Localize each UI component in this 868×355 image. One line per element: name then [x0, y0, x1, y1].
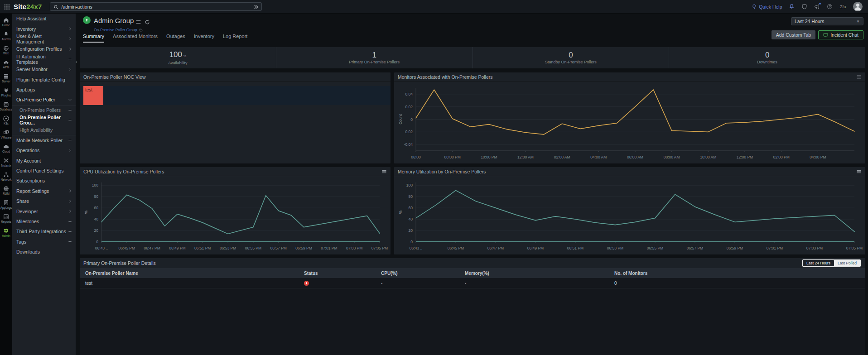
sidebar-item-on-premise-poller[interactable]: On-Premise Poller: [12, 95, 76, 105]
rail-item-label: Admin: [2, 234, 10, 237]
chevron-down-icon[interactable]: [68, 98, 72, 102]
svg-text:08:00 AM: 08:00 AM: [664, 155, 680, 159]
sidebar-item-configuration-profiles[interactable]: Configuration Profiles: [12, 44, 76, 54]
rail-item-alarms[interactable]: Alarms: [0, 29, 12, 43]
tab-log-report[interactable]: Log Report: [223, 34, 247, 43]
rail-item-server[interactable]: Server: [0, 71, 12, 85]
chevron-right-icon[interactable]: [68, 37, 72, 41]
sidebar-item-report-settings[interactable]: Report Settings: [12, 186, 76, 196]
tab-associated-monitors[interactable]: Associated Monitors: [113, 34, 158, 43]
apps-grid-icon[interactable]: [0, 3, 14, 11]
sidebar-item-share[interactable]: Share: [12, 196, 76, 206]
announcements-megaphone-icon[interactable]: [814, 4, 820, 10]
rail-item-vmware[interactable]: VMware: [0, 127, 12, 141]
panel-menu-icon[interactable]: [381, 169, 387, 174]
rail-item-rum[interactable]: RUM: [0, 183, 12, 197]
sidebar-item-label: Server Monitor: [16, 67, 48, 72]
rail-item-home[interactable]: Home: [0, 15, 12, 29]
rail-item-network[interactable]: Network: [0, 169, 12, 183]
rail-item-admin[interactable]: Admin: [0, 225, 12, 240]
sidebar-item-my-account[interactable]: My Account: [12, 155, 76, 165]
chevron-right-icon[interactable]: [68, 189, 72, 193]
plus-icon[interactable]: [68, 57, 72, 61]
user-avatar[interactable]: [853, 2, 863, 11]
sidebar-item-server-monitor[interactable]: Server Monitor: [12, 64, 76, 74]
plus-icon[interactable]: [68, 230, 72, 234]
tab-summary[interactable]: Summary: [83, 34, 104, 43]
rail-item-cloud[interactable]: Cloud: [0, 141, 12, 155]
svg-text:06:59 PM: 06:59 PM: [295, 246, 312, 250]
sidebar-item-high-availability[interactable]: High Availability: [12, 125, 76, 135]
svg-text:08:00 PM: 08:00 PM: [444, 155, 460, 159]
sidebar-item-operations[interactable]: Operations: [12, 145, 76, 155]
plus-icon[interactable]: [68, 118, 72, 122]
sidebar-item-mobile-network-poller[interactable]: Mobile Network Poller: [12, 135, 76, 145]
sidebar-item-user-alert-management[interactable]: User & Alert Management: [12, 34, 76, 44]
tab-inventory[interactable]: Inventory: [194, 34, 214, 43]
panel-menu-icon[interactable]: [856, 74, 862, 80]
sidebar-item-downloads[interactable]: Downloads: [12, 247, 76, 257]
shield-icon[interactable]: [801, 4, 807, 10]
notification-dot: [819, 3, 821, 5]
sidebar-item-developer[interactable]: Developer: [12, 206, 76, 216]
sidebar-collapse-handle[interactable]: ›: [76, 59, 77, 64]
toggle-last-polled[interactable]: Last Polled: [834, 260, 860, 266]
chevron-right-icon[interactable]: [68, 209, 72, 213]
incident-chat-button[interactable]: Incident Chat: [818, 30, 863, 39]
rail-item-database[interactable]: Database: [0, 99, 12, 113]
status-cell: [304, 281, 381, 286]
plus-icon[interactable]: [68, 220, 72, 224]
rail-item-reports[interactable]: Reports: [0, 211, 12, 225]
time-range-select[interactable]: Last 24 Hours ▼: [791, 17, 863, 25]
tag-icon[interactable]: [139, 26, 143, 34]
monitor-type-link[interactable]: On-Premise Poller Group: [94, 28, 137, 32]
tab-outages[interactable]: Outages: [166, 34, 185, 43]
rail-item-web[interactable]: Web: [0, 43, 12, 57]
sidebar-item-on-premise-pollers[interactable]: On-Premise Pollers: [12, 105, 76, 115]
rail-item-nutanix[interactable]: Nutanix: [0, 155, 12, 169]
panel-menu-icon[interactable]: [856, 169, 862, 174]
plus-icon[interactable]: [68, 108, 72, 112]
noc-monitor-tile[interactable]: test: [83, 86, 103, 105]
rail-item-applogs[interactable]: AppLogs: [0, 197, 12, 211]
svg-text:60: 60: [409, 206, 413, 210]
chevron-right-icon[interactable]: [68, 47, 72, 51]
sidebar-item-applogs[interactable]: AppLogs: [12, 85, 76, 95]
notifications-bell-icon[interactable]: [789, 4, 795, 10]
home-icon: [3, 17, 9, 23]
chevron-right-icon[interactable]: [68, 67, 72, 72]
quick-help-button[interactable]: Quick Help: [752, 4, 782, 10]
chevron-right-icon[interactable]: [68, 149, 72, 153]
zia-assistant-icon[interactable]: Zía: [839, 5, 846, 9]
sidebar-item-tags[interactable]: Tags: [12, 237, 76, 247]
sidebar-item-plugin-template-config[interactable]: Plugin Template Config: [12, 74, 76, 84]
rail-item-k8s[interactable]: K8s: [0, 113, 12, 127]
sidebar-item-milestones[interactable]: Milestones: [12, 216, 76, 226]
svg-text:06:53 PM: 06:53 PM: [607, 246, 623, 250]
poller-name[interactable]: test: [80, 281, 304, 286]
sidebar-item-subscriptions[interactable]: Subscriptions: [12, 176, 76, 186]
table-row[interactable]: test--0: [80, 278, 865, 288]
help-circle-icon[interactable]: [827, 4, 833, 10]
plus-icon[interactable]: [68, 240, 72, 244]
refresh-icon[interactable]: [145, 18, 150, 26]
title-hamburger-icon[interactable]: [135, 18, 141, 26]
sidebar-item-on-premise-poller-grou[interactable]: On-Premise Poller Grou...: [12, 115, 76, 125]
rail-item-plugins[interactable]: Plugins: [0, 85, 12, 99]
chevron-right-icon[interactable]: [68, 27, 72, 31]
sidebar-item-inventory[interactable]: Inventory: [12, 24, 76, 34]
chevron-right-icon[interactable]: [68, 199, 72, 203]
sidebar-item-label: Downloads: [16, 249, 40, 254]
search-input[interactable]: [61, 4, 251, 10]
sidebar-item-it-automation-templates[interactable]: IT Automation Templates: [12, 54, 76, 64]
add-custom-tab-button[interactable]: Add Custom Tab: [772, 30, 815, 39]
sidebar-item-third-party-integrations[interactable]: Third-Party Integrations: [12, 226, 76, 236]
plus-icon[interactable]: [68, 138, 72, 142]
sidebar-item-help-assistant[interactable]: Help Assistant: [12, 14, 76, 24]
summary-stats-bar: 100%Availability1Primary On-Premise Poll…: [80, 47, 865, 68]
toggle-last-24-hours[interactable]: Last 24 Hours: [803, 260, 834, 266]
sidebar-item-control-panel-settings[interactable]: Control Panel Settings: [12, 166, 76, 176]
svg-text:06:45 PM: 06:45 PM: [448, 246, 464, 250]
clear-search-icon[interactable]: [253, 3, 258, 11]
rail-item-apm[interactable]: APM: [0, 57, 12, 71]
